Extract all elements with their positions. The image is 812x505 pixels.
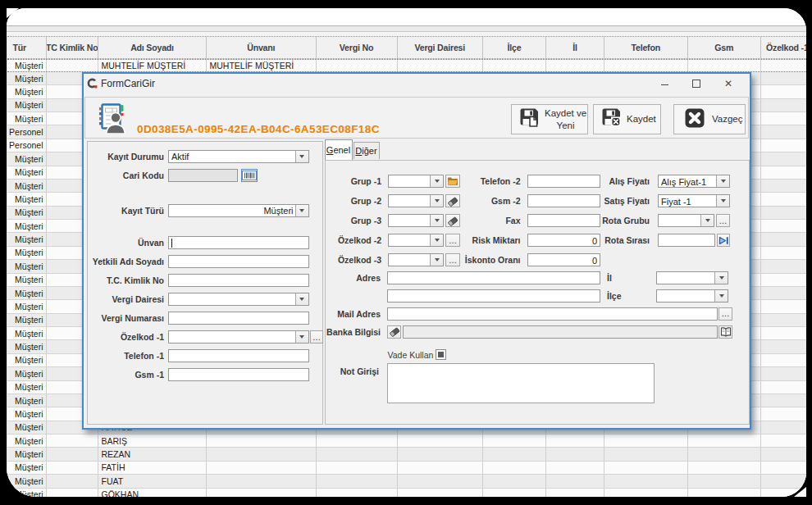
field-mail-adres[interactable] [387, 307, 718, 321]
button-label: Vazgeç [712, 113, 743, 125]
grid-row-0[interactable]: MüşteriMUHTELİF MÜŞTERİMUHTELİF MÜŞTERİ [7, 59, 806, 72]
grid-cell [207, 462, 317, 474]
field-gsm-1[interactable] [168, 368, 309, 381]
grid-cell [761, 381, 806, 394]
field-kayit-durumu[interactable]: Aktif [168, 150, 309, 163]
field-unvan[interactable] [168, 236, 309, 249]
maximize-button[interactable] [686, 76, 707, 90]
chevron-down-icon[interactable] [714, 290, 728, 302]
field-cari-kodu[interactable] [168, 169, 238, 182]
grid-cell [688, 448, 762, 460]
chevron-down-icon[interactable] [295, 293, 308, 305]
grid-cell: FATİH [98, 462, 207, 474]
chevron-down-icon[interactable] [295, 331, 308, 343]
grid-cell [47, 60, 99, 71]
field-alis-fiyati[interactable]: Alış Fiyat-1 [658, 175, 730, 188]
grid-cell [604, 434, 688, 447]
field-label-ilce: İlçe [607, 291, 622, 301]
cancel-button[interactable]: Vazgeç [673, 104, 746, 134]
dialog-titlebar[interactable]: FormCariGir ✕ [84, 74, 750, 93]
field-il[interactable] [656, 271, 728, 284]
column-header-9[interactable]: Gsm [688, 37, 762, 58]
field-rota-sirasi[interactable] [658, 234, 715, 247]
grid-cell: REZAN [98, 448, 207, 460]
field-vergi-numarasi[interactable] [168, 312, 309, 325]
grid-cell [207, 475, 317, 487]
minimize-button[interactable] [654, 76, 675, 90]
grid-cell [688, 60, 762, 71]
grid-row-29[interactable]: MüşteriREZAN [7, 448, 806, 461]
grid-cell [761, 354, 806, 366]
vade-kullan-checkbox[interactable] [436, 349, 446, 360]
grid-cell [761, 475, 806, 487]
column-header-1[interactable]: TC Kimlik No [47, 37, 99, 58]
grid-cell [398, 475, 484, 487]
grid-row-30[interactable]: MüşteriFATİH [7, 462, 806, 475]
field-ozelkod-1[interactable] [168, 330, 309, 343]
field-adres-1[interactable] [387, 271, 600, 284]
dots-button[interactable]: … [310, 330, 323, 343]
grid-cell [398, 434, 484, 447]
barcode-icon[interactable] [241, 169, 258, 182]
field-label-unvan: Ünvan [88, 238, 165, 248]
field-telefon-1[interactable] [168, 349, 309, 362]
eraser-icon[interactable] [387, 325, 401, 339]
not-girisi-textarea[interactable] [387, 363, 655, 403]
column-header-8[interactable]: Telefon [604, 37, 688, 58]
column-header-5[interactable]: Vergi Dairesi [398, 37, 484, 58]
column-header-10[interactable]: Özelkod -1 [761, 37, 806, 58]
grid-cell: MUHTELİF MÜŞTERİ [98, 60, 207, 71]
chevron-down-icon[interactable] [716, 175, 729, 187]
grid-cell: Müşteri [7, 462, 47, 474]
grid-cell [604, 475, 688, 487]
grid-cell: Müşteri [7, 327, 47, 339]
close-button[interactable]: ✕ [718, 76, 739, 90]
field-yetkili-adi-soyadi[interactable] [168, 255, 309, 268]
tab-diger[interactable]: Diğer [354, 142, 380, 159]
grid-cell: Müşteri [7, 166, 47, 179]
grid-row-32[interactable]: MüşteriGÖKHAN [7, 489, 806, 498]
grid-row-31[interactable]: MüşteriFUAT [7, 475, 806, 488]
chevron-down-icon[interactable] [716, 195, 729, 207]
chevron-down-icon[interactable] [714, 272, 728, 284]
dots-button[interactable]: … [718, 307, 732, 321]
chevron-down-icon[interactable] [700, 215, 714, 226]
column-header-7[interactable]: İl [546, 37, 604, 58]
column-header-label: Adı Soyadı [130, 43, 174, 52]
save-and-new-button[interactable]: Kaydet ve Yeni [511, 104, 588, 134]
grid-cell [761, 367, 806, 380]
tab-page-genel: Vade Kullan Not Girişi Grup -1Grup -2Gru… [325, 160, 750, 425]
field-rota-grubu[interactable] [658, 214, 714, 227]
grid-cell [317, 434, 398, 447]
field-kayit-turu[interactable]: Müşteri [168, 204, 309, 217]
skip-icon[interactable] [717, 234, 730, 247]
grid-cell [761, 434, 806, 447]
field-banka-bilgisi[interactable] [403, 325, 718, 339]
grid-cell: Müşteri [7, 381, 47, 394]
column-header-6[interactable]: İlçe [483, 37, 546, 58]
chevron-down-icon[interactable] [295, 205, 308, 216]
field-vergi-dairesi[interactable] [168, 293, 309, 306]
field-satis-fiyati[interactable]: Fiyat -1 [658, 194, 730, 207]
column-header-0[interactable]: Tür [7, 37, 47, 58]
book-icon[interactable] [718, 325, 732, 339]
field-label-ozelkod-1: Özelkod -1 [88, 332, 165, 342]
grid-cell: Müşteri [7, 354, 47, 366]
grid-row-28[interactable]: MüşteriBARIŞ [7, 434, 806, 448]
grid-cell: Müşteri [7, 448, 47, 460]
field-ilce[interactable] [656, 289, 728, 303]
dialog-toolbar: 0D038E5A-0995-42EA-B04C-6A53EC08F18C Kay… [84, 97, 749, 139]
dots-button[interactable]: … [716, 214, 730, 227]
column-header-4[interactable]: Vergi No [317, 37, 398, 58]
chevron-down-icon[interactable] [295, 151, 308, 162]
column-header-3[interactable]: Ünvanı [207, 37, 317, 58]
field-iskonto-orani[interactable]: 0 [527, 253, 601, 266]
grid-cell [207, 448, 317, 460]
tab-genel[interactable]: Genel [325, 139, 353, 160]
field-adres-2[interactable] [387, 289, 600, 303]
column-header-2[interactable]: Adı Soyadı [98, 37, 207, 58]
field-tc-kimlik-no[interactable] [168, 274, 309, 287]
grid-cell: Müşteri [7, 72, 47, 84]
save-button[interactable]: Kaydet [593, 104, 661, 134]
grid-cell: Personel [7, 139, 47, 152]
